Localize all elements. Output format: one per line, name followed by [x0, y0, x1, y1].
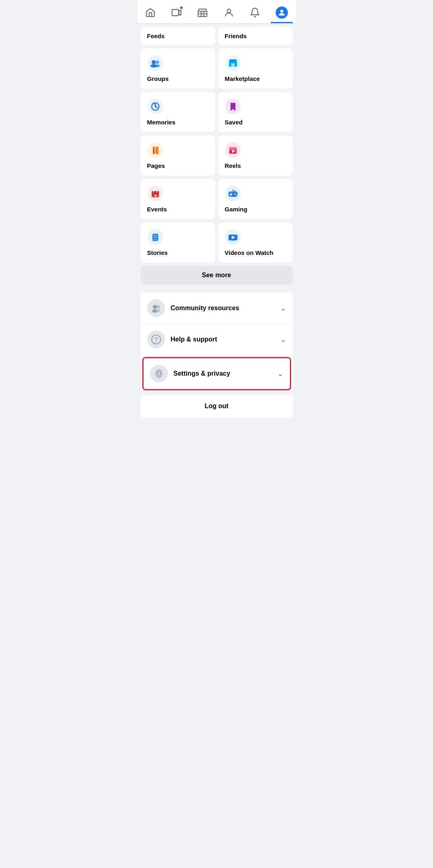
svg-rect-45	[231, 240, 235, 241]
svg-rect-18	[155, 147, 159, 154]
svg-text:★: ★	[154, 194, 157, 198]
watch-icon	[225, 229, 241, 245]
marketplace-label: Marketplace	[225, 75, 286, 82]
events-card[interactable]: ★ Events	[141, 179, 215, 219]
settings-privacy-item[interactable]: Settings & privacy ⌄	[142, 357, 291, 390]
see-more-button[interactable]: See more	[141, 266, 293, 285]
store-icon	[197, 7, 208, 18]
svg-text:?: ?	[154, 336, 158, 343]
menu-grid: Groups Marketplace	[141, 48, 293, 263]
groups-card[interactable]: Groups	[141, 48, 215, 89]
svg-rect-26	[152, 191, 159, 194]
pages-label: Pages	[147, 162, 209, 169]
svg-point-34	[234, 193, 235, 194]
svg-point-52	[157, 372, 161, 375]
help-support-chevron: ⌄	[280, 335, 286, 344]
video-notification-dot	[179, 6, 183, 10]
home-icon	[145, 7, 156, 18]
reels-label: Reels	[225, 162, 286, 169]
pages-icon	[147, 142, 163, 158]
nav-marketplace[interactable]	[192, 4, 213, 22]
groups-icon	[147, 55, 163, 71]
svg-rect-22	[229, 147, 237, 150]
help-support-label: Help & support	[171, 336, 280, 343]
events-icon: ★	[147, 185, 163, 202]
reels-card[interactable]: Reels	[218, 135, 293, 176]
memories-icon	[147, 98, 163, 115]
reels-icon	[225, 142, 241, 158]
saved-icon	[225, 98, 241, 115]
saved-label: Saved	[225, 119, 286, 126]
svg-point-6	[152, 60, 156, 64]
svg-point-37	[232, 189, 234, 191]
profile-icon	[224, 7, 234, 18]
top-navigation	[137, 0, 296, 24]
gaming-icon	[225, 185, 241, 202]
svg-point-36	[234, 190, 235, 192]
stories-icon	[147, 229, 163, 245]
svg-rect-41	[153, 239, 157, 240]
videos-on-watch-label: Videos on Watch	[225, 249, 286, 256]
friends-link[interactable]: Friends	[218, 27, 293, 45]
svg-point-35	[235, 194, 236, 196]
stories-card[interactable]: Stories	[141, 222, 215, 263]
memories-label: Memories	[147, 119, 209, 126]
svg-point-4	[281, 10, 283, 13]
help-support-item[interactable]: ? Help & support ⌄	[141, 324, 293, 355]
nav-menu[interactable]	[271, 3, 293, 23]
svg-point-3	[227, 9, 231, 13]
community-resources-chevron: ⌄	[280, 304, 286, 313]
gaming-card[interactable]: Gaming	[218, 179, 293, 219]
svg-rect-12	[231, 63, 235, 67]
settings-privacy-icon	[150, 365, 168, 383]
groups-label: Groups	[147, 75, 209, 82]
svg-point-47	[157, 305, 160, 309]
settings-privacy-label: Settings & privacy	[174, 370, 277, 377]
svg-rect-17	[153, 147, 154, 154]
bell-icon	[250, 7, 260, 18]
marketplace-icon	[225, 55, 241, 71]
community-resources-item[interactable]: Community resources ⌄	[141, 293, 293, 324]
saved-card[interactable]: Saved	[218, 92, 293, 132]
stories-label: Stories	[147, 249, 209, 256]
gaming-label: Gaming	[225, 206, 286, 213]
videos-on-watch-card[interactable]: Videos on Watch	[218, 222, 293, 263]
marketplace-card[interactable]: Marketplace	[218, 48, 293, 89]
svg-point-46	[153, 305, 157, 309]
pages-card[interactable]: Pages	[141, 135, 215, 176]
help-support-icon: ?	[147, 331, 165, 348]
svg-point-9	[155, 65, 160, 67]
nav-profile[interactable]	[219, 4, 239, 22]
nav-notifications[interactable]	[245, 4, 265, 22]
settings-privacy-chevron: ⌄	[277, 369, 283, 378]
feeds-link[interactable]: Feeds	[141, 27, 215, 45]
memories-card[interactable]: Memories	[141, 92, 215, 132]
logout-button[interactable]: Log out	[141, 395, 293, 417]
community-resources-icon	[147, 299, 165, 317]
svg-point-49	[156, 309, 161, 312]
svg-rect-40	[153, 235, 157, 239]
nav-video[interactable]	[166, 4, 187, 22]
accordion-section: Community resources ⌄ ? Help & support ⌄	[141, 293, 293, 390]
community-resources-label: Community resources	[171, 305, 280, 312]
quick-links-grid: Feeds Friends	[141, 27, 293, 45]
svg-marker-1	[178, 10, 181, 15]
avatar	[276, 7, 288, 19]
main-content: Feeds Friends Groups	[137, 24, 296, 420]
nav-home[interactable]	[140, 4, 161, 22]
svg-rect-0	[172, 9, 178, 15]
events-label: Events	[147, 206, 209, 213]
svg-point-7	[156, 61, 159, 64]
svg-rect-19	[153, 148, 154, 149]
